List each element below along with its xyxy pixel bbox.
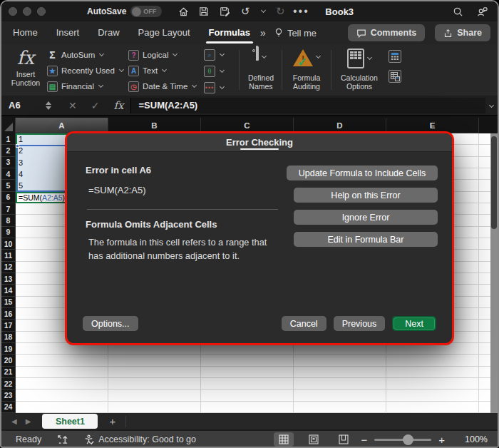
- lookup-reference-menu[interactable]: ⌕: [204, 49, 224, 61]
- undo-icon[interactable]: ↺: [240, 6, 251, 17]
- close-window-button[interactable]: [9, 7, 17, 16]
- recently-used-menu[interactable]: ★ Recently Used: [47, 64, 123, 77]
- row-header-12[interactable]: 12: [1, 262, 16, 273]
- defined-names-button[interactable]: Defined Names: [242, 47, 279, 91]
- tab-formulas[interactable]: Formulas: [209, 23, 251, 44]
- cancel-entry-icon[interactable]: ✕: [68, 100, 77, 111]
- insert-function-button[interactable]: fx Insert Function: [6, 47, 46, 87]
- more-functions-menu[interactable]: •••: [204, 81, 224, 94]
- row-header-14[interactable]: 14: [1, 285, 16, 296]
- column-header-C[interactable]: C: [201, 118, 294, 133]
- prev-sheet-icon[interactable]: ◀: [11, 417, 17, 425]
- tab-draw[interactable]: Draw: [98, 23, 119, 44]
- date-time-menu[interactable]: ◷ Date & Time: [128, 80, 196, 93]
- row-header-20[interactable]: 20: [1, 355, 16, 366]
- zoom-window-button[interactable]: [37, 7, 46, 16]
- zoom-slider-thumb[interactable]: [403, 434, 413, 445]
- cancel-button[interactable]: Cancel: [282, 316, 326, 331]
- autosum-menu[interactable]: Σ AutoSum: [47, 49, 123, 61]
- math-trig-menu[interactable]: θ: [204, 65, 224, 78]
- undo-menu-chevron-icon[interactable]: [261, 8, 266, 13]
- options-button[interactable]: Options...: [83, 316, 138, 331]
- edit-in-formula-bar-button[interactable]: Edit in Formula Bar: [294, 232, 438, 247]
- row-header-11[interactable]: 11: [1, 250, 16, 261]
- column-header-A[interactable]: A: [16, 118, 108, 133]
- text-menu[interactable]: A Text: [128, 64, 196, 77]
- formula-auditing-button[interactable]: !✓ Formula Auditing: [285, 47, 328, 91]
- formula-input[interactable]: =SUM(A2:A5): [130, 98, 485, 113]
- row-header-10[interactable]: 10: [1, 238, 16, 250]
- account-icon[interactable]: [476, 6, 488, 17]
- financial-menu[interactable]: ▤ Financial: [47, 80, 123, 93]
- autosave-control[interactable]: AutoSave OFF: [87, 6, 162, 17]
- logical-menu[interactable]: ? Logical: [128, 49, 196, 61]
- calculate-now-icon[interactable]: [389, 50, 401, 63]
- minimize-window-button[interactable]: [23, 7, 31, 16]
- zoom-in-button[interactable]: +: [438, 434, 445, 446]
- row-header-19[interactable]: 19: [1, 343, 16, 355]
- row-header-9[interactable]: 9: [1, 227, 16, 238]
- calculate-sheet-icon[interactable]: [389, 70, 401, 83]
- sheet-tab-sheet1[interactable]: Sheet1: [42, 414, 98, 429]
- select-all-corner[interactable]: [1, 118, 16, 133]
- row-header-15[interactable]: 15: [1, 297, 16, 308]
- normal-view-icon[interactable]: [274, 432, 294, 447]
- next-button[interactable]: Next: [392, 316, 436, 331]
- page-break-view-icon[interactable]: [334, 432, 354, 447]
- vertical-scrollbar-thumb[interactable]: [491, 136, 497, 229]
- tab-overflow-icon[interactable]: »: [260, 27, 264, 39]
- row-header-17[interactable]: 17: [1, 320, 16, 331]
- home-icon[interactable]: [178, 6, 189, 17]
- row-header-18[interactable]: 18: [1, 332, 16, 343]
- row-header-8[interactable]: 8: [1, 215, 16, 226]
- tell-me-control[interactable]: Tell me: [274, 28, 317, 39]
- tab-home[interactable]: Home: [13, 23, 38, 44]
- insert-function-fx-icon[interactable]: fx: [113, 99, 123, 112]
- column-header-E[interactable]: E: [386, 118, 479, 133]
- calculation-options-button[interactable]: Calculation Options: [334, 47, 385, 91]
- update-formula-button[interactable]: Update Formula to Include Cells: [287, 166, 438, 180]
- next-sheet-icon[interactable]: ▶: [26, 417, 31, 425]
- row-header-16[interactable]: 16: [1, 308, 16, 320]
- page-layout-view-icon[interactable]: [304, 432, 324, 447]
- row-header-13[interactable]: 13: [1, 273, 16, 285]
- confirm-entry-icon[interactable]: ✓: [91, 100, 100, 111]
- vertical-scrollbar[interactable]: [490, 133, 498, 413]
- column-header-D[interactable]: D: [294, 118, 386, 133]
- share-button[interactable]: Share: [435, 24, 490, 41]
- column-header-B[interactable]: B: [108, 118, 201, 133]
- row-header-24[interactable]: 24: [1, 402, 16, 413]
- row-header-5[interactable]: 5: [1, 180, 16, 191]
- dialog-titlebar[interactable]: Error Checking: [67, 133, 452, 152]
- ignore-error-button[interactable]: Ignore Error: [294, 210, 438, 225]
- row-header-4[interactable]: 4: [1, 168, 16, 180]
- tab-page-layout[interactable]: Page Layout: [138, 23, 190, 44]
- search-icon[interactable]: [452, 6, 463, 17]
- row-header-23[interactable]: 23: [1, 390, 16, 401]
- row-header-7[interactable]: 7: [1, 203, 16, 215]
- zoom-slider[interactable]: [374, 439, 431, 441]
- row-header-3[interactable]: 3: [1, 157, 16, 168]
- scaling-icon[interactable]: [57, 434, 68, 445]
- row-header-21[interactable]: 21: [1, 367, 16, 378]
- name-box-stepper[interactable]: [46, 101, 51, 110]
- previous-button[interactable]: Previous: [334, 316, 386, 331]
- formula-bar-expand-icon[interactable]: [489, 103, 494, 108]
- row-header-1[interactable]: 1: [1, 133, 16, 145]
- row-header-22[interactable]: 22: [1, 378, 16, 390]
- range-handle[interactable]: [16, 144, 19, 148]
- row-header-6[interactable]: 6: [1, 192, 16, 203]
- error-formula: =SUM(A2:A5): [88, 185, 146, 195]
- autosave-toggle[interactable]: OFF: [130, 6, 162, 17]
- zoom-out-button[interactable]: −: [361, 434, 367, 446]
- tab-insert[interactable]: Insert: [56, 23, 80, 44]
- comments-button[interactable]: Comments: [348, 24, 426, 41]
- name-box[interactable]: A6: [1, 100, 46, 111]
- more-commands-icon[interactable]: •••: [295, 6, 307, 17]
- save-as-icon[interactable]: [219, 6, 230, 17]
- save-icon[interactable]: [198, 6, 210, 17]
- accessibility-icon[interactable]: [83, 434, 94, 445]
- help-on-error-button[interactable]: Help on this Error: [294, 188, 438, 203]
- row-header-2[interactable]: 2: [1, 145, 16, 156]
- add-sheet-button[interactable]: +: [109, 415, 115, 427]
